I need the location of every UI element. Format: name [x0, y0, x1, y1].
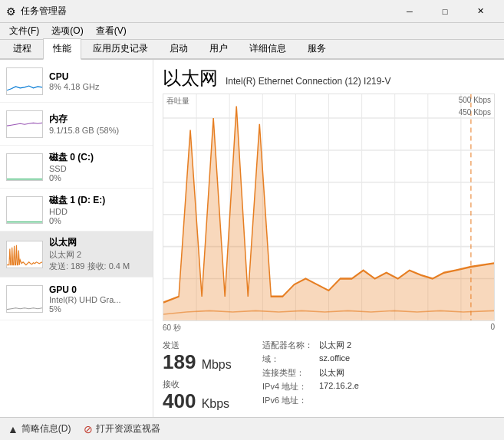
ethernet-info: 以太网 以太网 2 发送: 189 接收: 0.4 M	[49, 236, 147, 272]
chart-y-max: 500 Kbps	[459, 96, 491, 104]
ethernet-title: 以太网	[49, 236, 147, 249]
detail-subtitle: Intel(R) Ethernet Connection (12) I219-V	[226, 76, 390, 87]
cpu-info: CPU 8% 4.18 GHz	[49, 71, 147, 91]
info-domain: 域： sz.office	[262, 353, 495, 365]
chart-throughput-label: 吞吐量	[166, 96, 189, 107]
cpu-title: CPU	[49, 71, 147, 82]
tab-services[interactable]: 服务	[298, 38, 336, 58]
memory-graph	[6, 110, 43, 138]
minimize-button[interactable]: ─	[392, 0, 427, 23]
disk1-graph	[6, 196, 43, 224]
domain-value: sz.office	[319, 353, 350, 365]
sidebar-item-ethernet[interactable]: 以太网 以太网 2 发送: 189 接收: 0.4 M	[0, 231, 153, 277]
maximize-button[interactable]: □	[427, 0, 463, 23]
send-label: 发送	[163, 340, 262, 351]
svg-rect-2	[7, 154, 42, 181]
memory-sub: 9.1/15.8 GB (58%)	[49, 126, 147, 135]
disk1-title: 磁盘 1 (D: E:)	[49, 194, 147, 207]
ethernet-sub2: 发送: 189 接收: 0.4 M	[49, 261, 147, 272]
adapter-value: 以太网 2	[319, 340, 351, 351]
detail-panel: 以太网 Intel(R) Ethernet Connection (12) I2…	[153, 60, 504, 417]
cpu-sub: 8% 4.18 GHz	[49, 82, 147, 91]
summary-icon: ▲	[8, 423, 18, 435]
disk0-sub2: 0%	[49, 173, 147, 182]
chart-y-mid: 450 Kbps	[459, 108, 491, 117]
tab-startup[interactable]: 启动	[160, 38, 198, 58]
app-icon: ⚙	[6, 5, 16, 18]
monitor-label: 打开资源监视器	[96, 422, 160, 435]
receive-label: 接收	[163, 379, 262, 390]
cpu-graph	[6, 67, 43, 95]
disk0-sub1: SSD	[49, 164, 147, 173]
ipv6-label: IPv6 地址：	[262, 395, 316, 406]
info-adapter: 适配器名称： 以太网 2	[262, 340, 495, 351]
gpu-title: GPU 0	[49, 284, 147, 295]
bottom-bar: ▲ 简略信息(D) ⊘ 打开资源监视器	[0, 417, 504, 440]
ipv4-label: IPv4 地址：	[262, 381, 316, 392]
receive-value: 400 Kbps	[163, 390, 262, 412]
stats-info-section: 发送 189 Mbps 接收 400 Kbps 适配器名称：	[153, 335, 504, 417]
tab-bar: 进程 性能 应用历史记录 启动 用户 详细信息 服务	[0, 40, 504, 60]
connection-label: 连接类型：	[262, 367, 316, 379]
detail-title: 以太网	[163, 66, 218, 90]
chart-x-right: 0	[490, 323, 495, 333]
disk0-graph	[6, 153, 43, 181]
gpu-info: GPU 0 Intel(R) UHD Gra... 5%	[49, 284, 147, 314]
ipv4-value: 172.16.2.e	[319, 381, 359, 392]
disk0-info: 磁盘 0 (C:) SSD 0%	[49, 151, 147, 182]
tab-app-history[interactable]: 应用历史记录	[83, 38, 158, 58]
menu-options[interactable]: 选项(O)	[45, 23, 89, 39]
title-bar: ⚙ 任务管理器 ─ □ ✕	[0, 0, 504, 23]
sidebar-item-memory[interactable]: 内存 9.1/15.8 GB (58%)	[0, 103, 153, 146]
tab-performance[interactable]: 性能	[43, 38, 81, 60]
sidebar-item-gpu[interactable]: GPU 0 Intel(R) UHD Gra... 5%	[0, 277, 153, 320]
gpu-sub2: 5%	[49, 304, 147, 314]
svg-rect-3	[7, 197, 42, 224]
disk0-title: 磁盘 0 (C:)	[49, 151, 147, 164]
disk1-sub2: 0%	[49, 216, 147, 225]
summary-button[interactable]: ▲ 简略信息(D)	[8, 422, 71, 435]
send-stat: 发送 189 Mbps	[163, 340, 262, 373]
adapter-label: 适配器名称：	[262, 340, 316, 351]
main-content: CPU 8% 4.18 GHz 内存 9.1/15.8 GB (58%)	[0, 60, 504, 417]
receive-unit: Kbps	[202, 397, 229, 410]
sidebar-item-cpu[interactable]: CPU 8% 4.18 GHz	[0, 60, 153, 103]
gpu-graph	[6, 285, 43, 313]
summary-label: 简略信息(D)	[21, 422, 71, 435]
domain-label: 域：	[262, 353, 316, 365]
network-chart: 吞吐量 500 Kbps 450 Kbps	[163, 94, 495, 321]
info-ipv4: IPv4 地址： 172.16.2.e	[262, 381, 495, 392]
ethernet-sub1: 以太网 2	[49, 249, 147, 261]
tab-processes[interactable]: 进程	[3, 38, 41, 58]
menu-view[interactable]: 查看(V)	[90, 23, 133, 39]
monitor-icon: ⊘	[84, 423, 93, 435]
title-text: 任务管理器	[21, 5, 392, 18]
send-unit: Mbps	[202, 358, 232, 371]
svg-rect-0	[7, 68, 42, 95]
menu-file[interactable]: 文件(F)	[3, 23, 45, 39]
memory-info: 内存 9.1/15.8 GB (58%)	[49, 113, 147, 135]
disk1-sub1: HDD	[49, 207, 147, 216]
disk1-info: 磁盘 1 (D: E:) HDD 0%	[49, 194, 147, 225]
sidebar-item-disk0[interactable]: 磁盘 0 (C:) SSD 0%	[0, 146, 153, 189]
stats-col: 发送 189 Mbps 接收 400 Kbps	[163, 340, 262, 412]
menu-bar: 文件(F) 选项(O) 查看(V)	[0, 23, 504, 40]
info-ipv6: IPv6 地址：	[262, 395, 495, 406]
info-connection: 连接类型： 以太网	[262, 367, 495, 379]
close-button[interactable]: ✕	[463, 0, 498, 23]
receive-stat: 接收 400 Kbps	[163, 379, 262, 412]
chart-x-labels: 60 秒 0	[153, 321, 504, 335]
monitor-button[interactable]: ⊘ 打开资源监视器	[84, 422, 160, 435]
gpu-sub1: Intel(R) UHD Gra...	[49, 295, 147, 304]
sidebar-item-disk1[interactable]: 磁盘 1 (D: E:) HDD 0%	[0, 189, 153, 231]
sidebar: CPU 8% 4.18 GHz 内存 9.1/15.8 GB (58%)	[0, 60, 153, 417]
info-col: 适配器名称： 以太网 2 域： sz.office 连接类型： 以太网 IPv4…	[262, 340, 495, 412]
send-value: 189 Mbps	[163, 351, 262, 373]
memory-title: 内存	[49, 113, 147, 126]
detail-header: 以太网 Intel(R) Ethernet Connection (12) I2…	[153, 60, 504, 94]
tab-users[interactable]: 用户	[199, 38, 238, 58]
connection-value: 以太网	[319, 367, 344, 379]
tab-details[interactable]: 详细信息	[239, 38, 296, 58]
ethernet-graph	[6, 241, 43, 268]
chart-x-left: 60 秒	[163, 323, 181, 333]
